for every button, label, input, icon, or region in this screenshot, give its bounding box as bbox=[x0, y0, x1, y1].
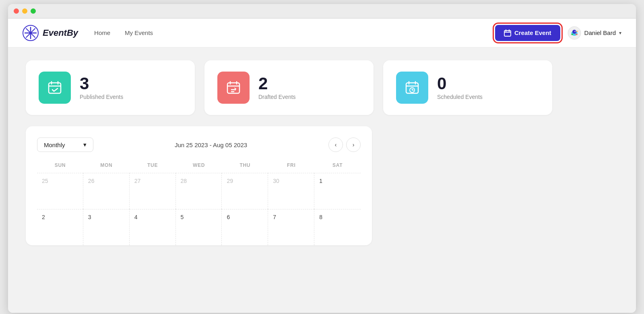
drafted-icon-box bbox=[217, 72, 250, 104]
calendar-day-headers: SUN MON TUE WED THU FRI SAT bbox=[37, 159, 361, 173]
svg-point-5 bbox=[29, 32, 32, 34]
maximize-button[interactable] bbox=[31, 8, 36, 14]
cal-cell-27[interactable]: 27 bbox=[130, 173, 176, 209]
cal-cell-3[interactable]: 3 bbox=[83, 209, 130, 245]
published-icon-box bbox=[39, 72, 71, 104]
logo-icon bbox=[23, 25, 39, 41]
published-info: 3 Published Events bbox=[80, 75, 123, 100]
day-header-fri: FRI bbox=[268, 159, 314, 173]
cal-cell-25[interactable]: 25 bbox=[37, 173, 83, 209]
user-menu[interactable]: Daniel Bard ▾ bbox=[568, 26, 621, 40]
calendar-header: Monthly ▾ Jun 25 2023 - Aug 05 2023 ‹ › bbox=[37, 138, 361, 152]
svg-rect-18 bbox=[49, 83, 61, 93]
close-button[interactable] bbox=[14, 8, 19, 14]
scheduled-label: Scheduled Events bbox=[437, 94, 483, 100]
titlebar bbox=[8, 4, 636, 18]
drafted-info: 2 Drafted Events bbox=[258, 75, 296, 100]
svg-point-12 bbox=[572, 30, 576, 34]
nav-right: Create Event Daniel Bard ▾ bbox=[495, 25, 621, 41]
day-header-tue: TUE bbox=[130, 159, 176, 173]
day-header-mon: MON bbox=[83, 159, 130, 173]
calendar-check-icon bbox=[47, 80, 62, 95]
scheduled-icon-box bbox=[396, 72, 428, 104]
cal-cell-7[interactable]: 7 bbox=[268, 209, 314, 245]
main-content: 3 Published Events bbox=[8, 47, 636, 313]
prev-arrow-button[interactable]: ‹ bbox=[328, 138, 343, 152]
calendar-icon bbox=[504, 29, 511, 37]
drafted-label: Drafted Events bbox=[258, 94, 296, 100]
nav-home[interactable]: Home bbox=[94, 29, 110, 36]
chevron-down-icon: ▾ bbox=[619, 30, 621, 36]
stat-card-drafted: 2 Drafted Events bbox=[204, 60, 374, 115]
calendar-date-range: Jun 25 2023 - Aug 05 2023 bbox=[175, 142, 247, 148]
view-select-label: Monthly bbox=[44, 142, 65, 148]
day-header-sun: SUN bbox=[37, 159, 83, 173]
drafted-count: 2 bbox=[258, 75, 296, 92]
published-label: Published Events bbox=[80, 94, 123, 100]
calendar-card: Monthly ▾ Jun 25 2023 - Aug 05 2023 ‹ › … bbox=[26, 126, 372, 245]
scheduled-count: 0 bbox=[437, 75, 483, 92]
cal-cell-4[interactable]: 4 bbox=[130, 209, 176, 245]
view-select-dropdown[interactable]: Monthly ▾ bbox=[37, 138, 93, 152]
cal-cell-1[interactable]: 1 bbox=[314, 173, 361, 209]
calendar-week-2: 2 3 4 5 6 7 8 bbox=[37, 209, 361, 245]
view-select-chevron: ▾ bbox=[83, 141, 87, 148]
day-header-thu: THU bbox=[222, 159, 268, 173]
cal-cell-28[interactable]: 28 bbox=[176, 173, 222, 209]
traffic-lights bbox=[14, 8, 36, 14]
next-arrow-button[interactable]: › bbox=[346, 138, 361, 152]
minimize-button[interactable] bbox=[22, 8, 27, 14]
user-name: Daniel Bard bbox=[584, 29, 616, 36]
stats-row: 3 Published Events bbox=[26, 60, 618, 115]
stat-card-scheduled: 0 Scheduled Events bbox=[383, 60, 552, 115]
app-window: EventBy Home My Events Create Event bbox=[8, 4, 636, 313]
navbar: EventBy Home My Events Create Event bbox=[8, 18, 636, 47]
cal-cell-2[interactable]: 2 bbox=[37, 209, 83, 245]
calendar-week-1: 25 26 27 28 29 30 1 bbox=[37, 173, 361, 209]
stat-card-published: 3 Published Events bbox=[26, 60, 195, 115]
cal-cell-6[interactable]: 6 bbox=[222, 209, 268, 245]
calendar-edit-icon bbox=[226, 80, 241, 95]
cal-cell-29[interactable]: 29 bbox=[222, 173, 268, 209]
day-header-wed: WED bbox=[176, 159, 222, 173]
nav-links: Home My Events bbox=[94, 29, 495, 36]
cal-cell-8[interactable]: 8 bbox=[314, 209, 361, 245]
cal-cell-5[interactable]: 5 bbox=[176, 209, 222, 245]
nav-my-events[interactable]: My Events bbox=[125, 29, 153, 36]
cal-cell-30[interactable]: 30 bbox=[268, 173, 314, 209]
logo-area: EventBy bbox=[23, 25, 78, 41]
calendar-clock-icon bbox=[405, 80, 420, 95]
svg-rect-6 bbox=[504, 31, 511, 36]
create-event-button[interactable]: Create Event bbox=[495, 25, 560, 41]
cal-cell-26[interactable]: 26 bbox=[83, 173, 130, 209]
published-count: 3 bbox=[80, 75, 123, 92]
svg-point-15 bbox=[575, 31, 575, 31]
scheduled-info: 0 Scheduled Events bbox=[437, 75, 483, 100]
day-header-sat: SAT bbox=[314, 159, 361, 173]
calendar-nav-arrows: ‹ › bbox=[328, 138, 361, 152]
logo-text: EventBy bbox=[43, 28, 78, 38]
user-avatar-icon bbox=[568, 26, 581, 40]
